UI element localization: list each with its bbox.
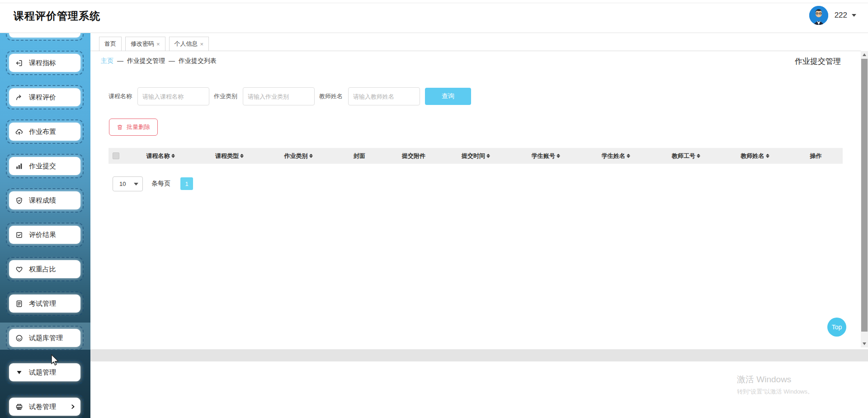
column-header-教师姓名[interactable]: 教师姓名 bbox=[721, 152, 789, 160]
tab-个人信息[interactable]: 个人信息× bbox=[169, 37, 209, 51]
sidebar-item-试卷管理[interactable]: 试卷管理 bbox=[9, 398, 80, 416]
column-label: 封面 bbox=[354, 152, 365, 160]
tab-首页[interactable]: 首页 bbox=[99, 37, 122, 51]
page-button-1[interactable]: 1 bbox=[180, 177, 193, 190]
sidebar-item-label: 评价结果 bbox=[29, 231, 56, 239]
windows-watermark: 激活 Windows 转到“设置”以激活 Windows。 bbox=[737, 374, 813, 396]
column-label: 学生账号 bbox=[532, 152, 555, 160]
filter-input-0[interactable] bbox=[137, 87, 209, 105]
column-header-封面: 封面 bbox=[332, 152, 387, 160]
scroll-up-arrow[interactable] bbox=[861, 51, 868, 58]
sidebar-item-label: 课程成绩 bbox=[29, 196, 56, 205]
column-header-课程名称[interactable]: 课程名称 bbox=[127, 152, 194, 160]
sidebar-item-考试管理[interactable]: 考试管理 bbox=[9, 294, 80, 313]
column-label: 提交附件 bbox=[402, 152, 425, 160]
tab-label: 个人信息 bbox=[175, 40, 198, 48]
import-icon bbox=[15, 59, 23, 67]
sort-icon bbox=[627, 154, 630, 158]
app-header: 课程评价管理系统 222 bbox=[0, 0, 868, 33]
sort-icon bbox=[171, 154, 175, 158]
column-header-操作: 操作 bbox=[789, 152, 843, 160]
sort-icon bbox=[240, 154, 244, 158]
page-size-value: 10 bbox=[119, 180, 126, 187]
dashed-ring bbox=[6, 33, 84, 41]
sidebar-item-label: 课程指标 bbox=[29, 59, 56, 67]
column-header-教师工号[interactable]: 教师工号 bbox=[651, 152, 721, 160]
column-header-学生姓名[interactable]: 学生姓名 bbox=[581, 152, 651, 160]
breadcrumb-home-link[interactable]: 主页 bbox=[101, 57, 113, 64]
scroll-down-arrow[interactable] bbox=[861, 340, 868, 347]
sidebar-item-作业布置[interactable]: 作业布置 bbox=[9, 123, 80, 141]
per-page-label: 条每页 bbox=[151, 180, 170, 188]
breadcrumb: 主页—作业提交管理—作业提交列表 bbox=[101, 57, 217, 65]
tab-修改密码[interactable]: 修改密码× bbox=[125, 37, 165, 51]
shield-check-icon bbox=[15, 197, 23, 204]
sidebar-item-label: 试题库管理 bbox=[29, 334, 63, 342]
page-size-select[interactable]: 10 bbox=[113, 176, 143, 191]
column-label: 学生姓名 bbox=[602, 152, 625, 160]
column-label: 课程名称 bbox=[146, 152, 170, 160]
column-header-提交附件: 提交附件 bbox=[387, 152, 441, 160]
filter-input-2[interactable] bbox=[348, 87, 420, 105]
doc-check-icon bbox=[15, 231, 23, 239]
sidebar-item-试题管理[interactable]: 试题管理 bbox=[9, 363, 80, 381]
scrollbar[interactable] bbox=[861, 51, 868, 347]
sidebar-item-权重占比[interactable]: 权重占比 bbox=[9, 260, 80, 278]
sort-icon bbox=[309, 154, 313, 158]
close-icon[interactable]: × bbox=[200, 41, 204, 48]
sidebar: 课程指标课程评价作业布置作业提交课程成绩评价结果权重占比考试管理试题库管理试题管… bbox=[0, 33, 90, 418]
sidebar-item-作业提交[interactable]: 作业提交 bbox=[9, 157, 80, 175]
filter-label: 作业类别 bbox=[214, 92, 237, 100]
caret-down-icon bbox=[15, 369, 23, 376]
document-icon bbox=[15, 300, 23, 308]
sidebar-item-试题库管理[interactable]: 试题库管理 bbox=[9, 329, 80, 347]
sidebar-item-评价结果[interactable]: 评价结果 bbox=[9, 226, 80, 244]
back-to-top-button[interactable]: Top bbox=[827, 318, 846, 337]
sidebar-item-课程评价[interactable]: 课程评价 bbox=[9, 88, 80, 106]
sort-icon bbox=[697, 154, 700, 158]
sidebar-item-课程成绩[interactable]: 课程成绩 bbox=[9, 191, 80, 209]
column-label: 教师工号 bbox=[672, 152, 695, 160]
column-header-作业类别[interactable]: 作业类别 bbox=[264, 152, 332, 160]
filter-input-1[interactable] bbox=[243, 87, 315, 105]
cloud-upload-icon bbox=[15, 128, 23, 136]
avatar[interactable] bbox=[809, 6, 828, 25]
watermark-line2: 转到“设置”以激活 Windows。 bbox=[737, 388, 813, 396]
column-header-提交时间[interactable]: 提交时间 bbox=[441, 152, 511, 160]
column-header-学生账号[interactable]: 学生账号 bbox=[511, 152, 581, 160]
select-all-checkbox[interactable] bbox=[113, 152, 119, 159]
breadcrumb-crumb: 作业提交列表 bbox=[179, 57, 217, 64]
user-menu[interactable]: 222 bbox=[809, 6, 856, 25]
sidebar-item-label: 作业布置 bbox=[29, 128, 56, 136]
share-icon bbox=[15, 94, 23, 101]
tab-bar: 首页修改密码×个人信息× bbox=[90, 33, 861, 51]
heart-icon bbox=[15, 266, 23, 273]
query-button[interactable]: 查询 bbox=[425, 88, 471, 105]
tab-label: 修改密码 bbox=[131, 40, 154, 48]
column-label: 课程类型 bbox=[215, 152, 239, 160]
chevron-right-icon[interactable] bbox=[70, 404, 76, 410]
close-icon[interactable]: × bbox=[156, 41, 160, 48]
smiley-icon bbox=[15, 334, 23, 342]
sort-icon bbox=[766, 154, 769, 158]
search-form: 课程名称作业类别教师姓名查询 bbox=[90, 87, 471, 105]
sidebar-item-课程指标[interactable]: 课程指标 bbox=[9, 54, 80, 72]
sidebar-item-label: 试题管理 bbox=[29, 368, 56, 377]
sidebar-item-label: 课程评价 bbox=[29, 93, 56, 102]
chevron-down-icon[interactable] bbox=[852, 14, 856, 17]
batch-delete-label: 批量删除 bbox=[127, 123, 150, 131]
page-title: 作业提交管理 bbox=[795, 56, 841, 66]
sidebar-item-partial[interactable] bbox=[9, 33, 80, 38]
scrollbar-thumb[interactable] bbox=[861, 59, 868, 332]
bar-chart-icon bbox=[15, 162, 23, 170]
column-header-课程类型[interactable]: 课程类型 bbox=[194, 152, 264, 160]
tab-label: 首页 bbox=[104, 40, 116, 48]
column-label: 提交时间 bbox=[462, 152, 485, 160]
watermark-line1: 激活 Windows bbox=[737, 374, 813, 385]
sort-icon bbox=[557, 154, 560, 158]
filter-label: 教师姓名 bbox=[319, 92, 343, 100]
table-header: 课程名称课程类型作业类别封面提交附件提交时间学生账号学生姓名教师工号教师姓名操作 bbox=[108, 148, 843, 164]
batch-delete-button[interactable]: 批量删除 bbox=[109, 119, 158, 136]
sidebar-item-label: 考试管理 bbox=[29, 299, 56, 308]
screen: 课程评价管理系统 222 课程指标课程评价作业布置作业提交课程成绩评价结果权重占… bbox=[0, 0, 868, 418]
